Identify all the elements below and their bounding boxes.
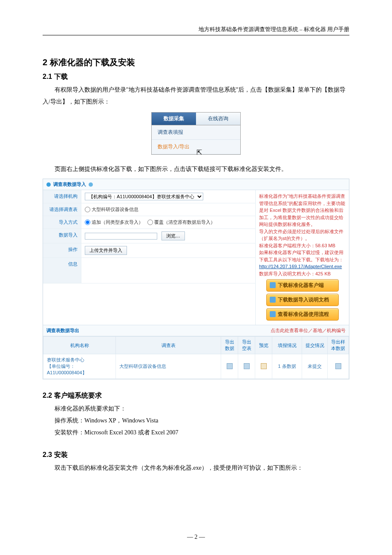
para-2-2-a: 标准化器的系统要求如下： — [43, 403, 349, 415]
preview-icon[interactable] — [261, 363, 267, 369]
dot-icon — [46, 182, 51, 187]
radio-overwrite-label: 覆盖（清空原有数据后导入） — [154, 219, 215, 225]
export-panel-title: 调查表数据导出 点击此处查看单位／基地／机构编号 — [43, 325, 349, 336]
label-select-table: 请选择调查表 — [43, 203, 81, 216]
side-desc-1: 标准化器作为"地方科技基础条件资源调查管理信息系统"的配套应用软件，主要功能是对… — [259, 193, 346, 228]
th-export-sample: 导出样本数据 — [328, 337, 349, 354]
side-size-client: 标准化器客户端程序大小：58.63 MB — [259, 242, 346, 249]
menu-item-survey-fill[interactable]: 调查表填报 — [152, 125, 240, 140]
label-select-org: 请选择机构 — [43, 190, 81, 203]
para-2-3-a: 双击下载后的标准化器安装文件（文件名为标准化器.exe），接受使用许可协议，如下… — [43, 462, 349, 474]
side-size-doc: 数据库导入说明文档大小：425 KB — [259, 270, 346, 278]
label-operation: 操作 — [43, 243, 81, 257]
radio-append-label: 追加（同类型多次导入） — [92, 219, 143, 225]
td-table: 大型科研仪器设备信息 — [116, 354, 221, 379]
menu-item-label: 数据导入/导出 — [158, 144, 190, 150]
th-fill-status: 填报情况 — [272, 337, 302, 354]
download-doc-button[interactable]: 下载数据导入说明文档 — [266, 294, 339, 306]
import-form: 请选择机构 【机构编号：A11U000008404】赛联技术服务中心 请选择调查… — [43, 190, 255, 325]
table-row: 赛联技术服务中心 【单位编号：A11U000008404】 大型科研仪器设备信息… — [43, 354, 349, 379]
view-process-button[interactable]: 查看标准化器使用流程 — [266, 308, 339, 321]
import-panel-title-text: 调查表数据导入 — [53, 181, 86, 188]
export-panel-title-text: 调查表数据导出 — [46, 328, 79, 333]
th-table: 调查表 — [116, 337, 221, 354]
th-org: 机构名称 — [43, 337, 116, 354]
label-info: 信息 — [43, 258, 81, 283]
para-2-1-b: 页面右上侧提供标准化器下载，如下图所示，点击该下载链接可下载标准化器安装文件。 — [43, 163, 349, 175]
th-preview: 预览 — [255, 337, 272, 354]
upload-import-button[interactable]: 上传文件并导入 — [85, 246, 127, 255]
menu-tab-data-collect[interactable]: 数据采集 — [152, 113, 196, 125]
select-org[interactable]: 【机构编号：A11U000008404】赛联技术服务中心 — [85, 193, 203, 200]
td-fill: 1 条数据 — [272, 354, 302, 379]
menu-tab-online-consult[interactable]: 在线咨询 — [196, 113, 240, 125]
menu-figure: 数据采集 在线咨询 调查表填报 数据导入/导出 ⇱ — [151, 112, 241, 155]
download-client-button[interactable]: 下载标准化器客户端 — [266, 279, 339, 292]
para-2-2-c: 安装软件：Microsoft Excel 2003 或者 Excel 2007 — [43, 427, 349, 439]
download-url-link[interactable]: http://124.207.169.17/AdapterClient.exe — [259, 264, 342, 269]
menu-item-data-import-export[interactable]: 数据导入/导出 ⇱ — [152, 140, 240, 154]
file-path-input[interactable] — [85, 233, 157, 240]
radio-mode-append[interactable]: 追加（同类型多次导入） — [85, 219, 143, 225]
th-export-data: 导出数据 — [221, 337, 238, 354]
label-data-import: 数据导入 — [43, 229, 81, 243]
radio-mode-overwrite[interactable]: 覆盖（清空原有数据后导入） — [147, 219, 215, 225]
para-2-1-a: 有权限导入数据的用户登录"地方科技基础条件资源调查管理信息系统"后，点击【数据采… — [43, 84, 349, 108]
section-2-2-title: 2.2 客户端系统要求 — [43, 391, 349, 400]
info-area — [81, 258, 255, 283]
td-org: 赛联技术服务中心 【单位编号：A11U000008404】 — [43, 354, 116, 379]
page-number: — 2 — — [43, 534, 349, 541]
export-sample-icon[interactable] — [335, 363, 341, 369]
export-data-icon[interactable] — [227, 363, 233, 369]
side-desc-3: 如果标准化器客户端下载过慢，建议使用下载工具从以下地址下载。下载地址为： — [259, 249, 346, 263]
import-panel-title: 调查表数据导入 — [43, 179, 349, 190]
page-header: 地方科技基础条件资源调查管理信息系统 – 标准化器 用户手册 — [43, 26, 349, 35]
section-2-3-title: 2.3 安装 — [43, 451, 349, 460]
app-figure: 调查表数据导入 请选择机构 【机构编号：A11U000008404】赛联技术服务… — [43, 179, 349, 379]
section-2-title: 2 标准化器的下载及安装 — [43, 57, 349, 68]
side-help-panel: 标准化器作为"地方科技基础条件资源调查管理信息系统"的配套应用软件，主要功能是对… — [255, 190, 349, 325]
td-submit: 未提交 — [302, 354, 328, 379]
section-2-1-title: 2.1 下载 — [43, 72, 349, 81]
th-submit-status: 提交情况 — [302, 337, 328, 354]
radio-table-label: 大型科研仪器设备信息 — [92, 206, 138, 213]
browse-button[interactable]: 浏览… — [161, 231, 185, 240]
refresh-icon[interactable] — [89, 182, 93, 187]
th-export-blank: 导出空表 — [238, 337, 255, 354]
export-table: 机构名称 调查表 导出数据 导出空表 预览 填报情况 提交情况 导出样本数据 赛… — [43, 336, 349, 379]
view-org-code-link[interactable]: 点击此处查看单位／基地／机构编号 — [271, 327, 346, 334]
export-blank-icon[interactable] — [244, 363, 250, 369]
radio-table-option[interactable]: 大型科研仪器设备信息 — [85, 206, 138, 213]
label-import-mode: 导入方式 — [43, 216, 81, 228]
cursor-icon: ⇱ — [196, 148, 202, 156]
side-desc-2: 导入的文件必须是经过处理后的标准文件（扩展名为st的文件）。 — [259, 228, 346, 242]
para-2-2-b: 操作系统：Windows XP，Windows Vista — [43, 415, 349, 427]
